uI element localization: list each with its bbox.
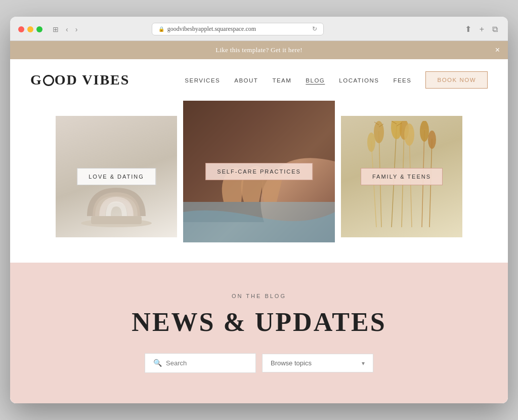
gallery-label-1: LOVE & DATING — [77, 168, 156, 185]
browser-window: ⊞ ‹ › 🔒 goodvibesbyapplet.squarespace.co… — [10, 17, 508, 403]
nav-item-locations[interactable]: LOCATIONS — [339, 75, 379, 85]
share-button[interactable]: ⬆ — [463, 23, 473, 35]
svg-point-14 — [420, 121, 429, 142]
nav-item-book[interactable]: BOOK NOW — [425, 71, 488, 89]
search-icon: 🔍 — [153, 359, 162, 367]
logo-text-part: OD VIBES — [55, 72, 130, 88]
gallery: LOVE & DATING — [10, 101, 508, 242]
nav-link-blog[interactable]: BLOG — [306, 77, 325, 83]
announcement-text: Like this template? Get it here! — [215, 46, 303, 54]
navigation: GOD VIBES SERVICES ABOUT TEAM BLOG LOCAT… — [10, 59, 508, 101]
browser-chrome: ⊞ ‹ › 🔒 goodvibesbyapplet.squarespace.co… — [10, 17, 508, 41]
nav-item-team[interactable]: TEAM — [272, 75, 291, 85]
new-tab-button[interactable]: + — [478, 23, 486, 35]
nav-item-fees[interactable]: FEES — [393, 75, 411, 85]
url-text: goodvibesbyapplet.squarespace.com — [167, 25, 256, 33]
minimize-button[interactable] — [27, 26, 33, 32]
gallery-item-selfcare[interactable]: SELF-CARE PRACTICES — [183, 101, 335, 242]
tabs-button[interactable]: ⧉ — [490, 23, 500, 35]
search-input[interactable] — [166, 359, 247, 367]
site-content: Like this template? Get it here! × GOD V… — [10, 41, 508, 403]
logo-o-ring — [43, 75, 54, 86]
back-button[interactable]: ‹ — [64, 24, 70, 34]
traffic-lights — [18, 26, 42, 32]
blog-section: ON THE BLOG NEWS & UPDATES 🔍 Browse topi… — [10, 263, 508, 403]
browser-actions: ⬆ + ⧉ — [463, 23, 500, 35]
sidebar-toggle[interactable]: ⊞ — [51, 24, 61, 34]
site-logo[interactable]: GOD VIBES — [30, 72, 130, 88]
svg-point-10 — [374, 121, 384, 143]
nav-links: SERVICES ABOUT TEAM BLOG LOCATIONS FEES — [185, 71, 488, 89]
blog-search-row: 🔍 Browse topics ▾ — [30, 353, 488, 373]
gallery-item-love-dating[interactable]: LOVE & DATING — [56, 116, 177, 237]
svg-point-13 — [404, 123, 414, 146]
lock-icon: 🔒 — [158, 26, 164, 32]
blog-title: NEWS & UPDATES — [30, 307, 488, 337]
nav-item-about[interactable]: ABOUT — [234, 75, 258, 85]
browse-topics-label: Browse topics — [271, 359, 312, 367]
nav-link-fees[interactable]: FEES — [393, 77, 411, 83]
nav-link-services[interactable]: SERVICES — [185, 77, 220, 83]
close-button[interactable] — [18, 26, 24, 32]
blog-subtitle: ON THE BLOG — [30, 293, 488, 299]
svg-point-15 — [367, 133, 375, 152]
book-now-button[interactable]: BOOK NOW — [425, 71, 488, 89]
svg-point-16 — [428, 131, 436, 149]
gallery-label-2: SELF-CARE PRACTICES — [205, 163, 313, 180]
nav-item-blog[interactable]: BLOG — [306, 75, 325, 85]
search-box[interactable]: 🔍 — [145, 353, 256, 373]
announcement-bar: Like this template? Get it here! × — [10, 41, 508, 59]
reload-icon[interactable]: ↻ — [312, 25, 317, 33]
nav-link-about[interactable]: ABOUT — [234, 77, 258, 83]
chevron-down-icon: ▾ — [362, 360, 365, 367]
gallery-item-family[interactable]: FAMILY & TEENS — [341, 116, 462, 237]
svg-rect-1 — [91, 216, 142, 224]
browse-topics-dropdown[interactable]: Browse topics ▾ — [262, 354, 373, 372]
gallery-label-3: FAMILY & TEENS — [361, 168, 443, 185]
announcement-close-button[interactable]: × — [495, 46, 500, 54]
address-bar[interactable]: 🔒 goodvibesbyapplet.squarespace.com ↻ — [152, 23, 324, 35]
nav-link-team[interactable]: TEAM — [272, 77, 291, 83]
nav-item-services[interactable]: SERVICES — [185, 75, 220, 85]
browser-controls: ⊞ ‹ › — [51, 24, 79, 34]
maximize-button[interactable] — [36, 26, 42, 32]
nav-link-locations[interactable]: LOCATIONS — [339, 77, 379, 83]
forward-button[interactable]: › — [73, 24, 80, 34]
